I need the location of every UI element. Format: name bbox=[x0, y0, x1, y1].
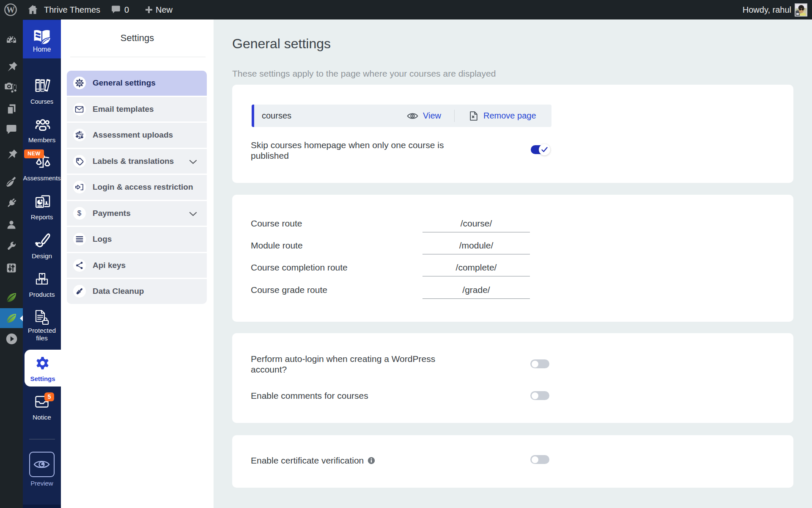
svg-text:W: W bbox=[6, 5, 15, 14]
